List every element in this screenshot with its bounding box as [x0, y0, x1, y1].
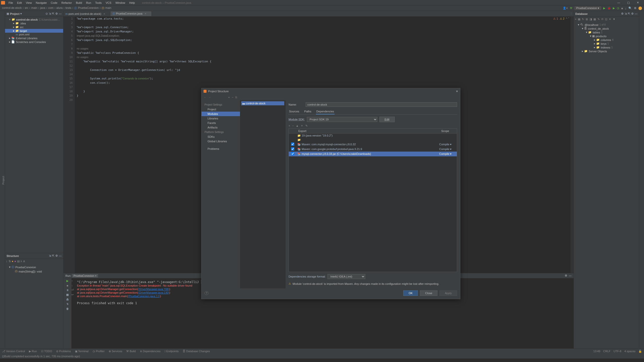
project-structure-dialog: Project Structure ✕ ← → + − ⎘ Project Se…	[201, 88, 460, 299]
export-checkbox[interactable]	[291, 147, 294, 151]
nav-modules[interactable]: Modules	[202, 112, 240, 116]
dependency-row[interactable]: 📁 19 (java version "19.0.2")	[289, 133, 457, 138]
tab-paths[interactable]: Paths	[304, 109, 312, 114]
nav-global-libs[interactable]: Global Libraries	[202, 139, 240, 144]
nav-artifacts[interactable]: Artifacts	[202, 125, 240, 130]
module-item[interactable]: ▬ control-de-stock	[241, 101, 284, 105]
dialog-title: Project Structure	[208, 90, 229, 93]
nav-project[interactable]: Project	[202, 107, 240, 112]
ok-button[interactable]: OK	[403, 290, 418, 296]
tab-sources[interactable]: Sources	[289, 109, 300, 114]
tab-dependencies[interactable]: Dependencies	[316, 109, 335, 114]
forward-icon[interactable]: →	[208, 96, 211, 99]
module-name-input[interactable]	[306, 102, 457, 107]
dialog-nav: Project Settings Project Modules Librari…	[202, 100, 240, 288]
dependency-row[interactable]: 📚 mysql-connector-j-8.0.33.jar (C:\Users…	[289, 152, 457, 156]
name-label: Name:	[289, 103, 304, 106]
back-icon[interactable]: ←	[204, 96, 206, 99]
dialog-icon	[204, 90, 207, 93]
dialog-close-icon[interactable]: ✕	[456, 90, 458, 93]
nav-libraries[interactable]: Libraries	[202, 116, 240, 121]
sdk-label: Module SDK:	[289, 118, 305, 121]
nav-problems[interactable]: Problems	[202, 147, 240, 151]
module-sdk-select[interactable]: Project SDK 19	[307, 117, 377, 122]
close-button[interactable]: Close	[420, 290, 437, 296]
add-module-icon[interactable]: +	[228, 96, 230, 99]
help-icon[interactable]: ?	[205, 291, 209, 295]
storage-label: Dependencies storage format:	[289, 275, 326, 278]
add-dep-icon[interactable]: +	[289, 124, 290, 127]
warning-icon: ⚠	[289, 282, 291, 285]
remove-module-icon[interactable]: −	[232, 96, 233, 99]
remove-dep-icon[interactable]: −	[292, 124, 294, 127]
move-up-icon[interactable]: ▲	[296, 124, 299, 127]
dependencies-table[interactable]: Export Scope 📁 19 (java version "19.0.2"…	[289, 128, 457, 272]
module-list[interactable]: ▬ control-de-stock	[240, 100, 286, 288]
copy-module-icon[interactable]: ⎘	[235, 96, 237, 99]
apply-button[interactable]: Apply	[439, 290, 457, 296]
nav-sdks[interactable]: SDKs	[202, 134, 240, 139]
dependency-row[interactable]: 📚 Maven: com.google.protobuf:protobuf-ja…	[289, 147, 457, 152]
edit-sdk-button[interactable]: Edit	[379, 117, 395, 122]
maven-warning: ⚠ Module 'control-de-stock' is imported …	[289, 281, 457, 286]
nav-facets[interactable]: Facets	[202, 121, 240, 125]
storage-format-select[interactable]: IntelliJ IDEA (.iml)	[328, 274, 365, 279]
export-checkbox[interactable]	[291, 152, 294, 155]
export-checkbox[interactable]	[291, 143, 294, 146]
move-down-icon[interactable]: ▼	[301, 124, 303, 127]
edit-dep-icon[interactable]: ✎	[305, 124, 308, 127]
dependency-row[interactable]: 📁	[289, 138, 457, 142]
dependency-row[interactable]: 📚 Maven: com.mysql:mysql-connector-j:8.0…	[289, 142, 457, 147]
